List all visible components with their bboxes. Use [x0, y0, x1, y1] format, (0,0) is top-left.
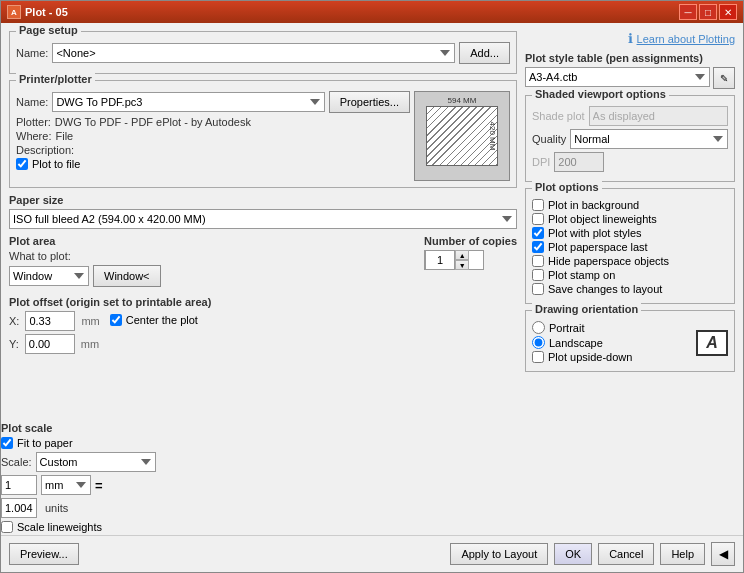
scale-lineweights-checkbox[interactable]: [1, 521, 13, 533]
plot-with-styles-checkbox[interactable]: [532, 227, 544, 239]
plot-object-lineweights-checkbox[interactable]: [532, 213, 544, 225]
title-bar-buttons: ─ □ ✕: [679, 4, 737, 20]
page-setup-name-select[interactable]: <None>: [52, 43, 455, 63]
what-to-plot-label: What to plot:: [9, 250, 71, 262]
orientation-preview: A: [696, 330, 728, 356]
center-plot-checkbox[interactable]: [110, 314, 122, 326]
printer-name-select[interactable]: DWG To PDF.pc3: [52, 92, 324, 112]
what-to-plot-select[interactable]: Window: [9, 266, 89, 286]
where-value: File: [55, 130, 73, 142]
shade-plot-select[interactable]: As displayed: [589, 106, 728, 126]
page-setup-title: Page setup: [16, 24, 81, 36]
preview-button[interactable]: Preview...: [9, 543, 79, 565]
plot-background-label: Plot in background: [548, 199, 639, 211]
learn-about-row: ℹ Learn about Plotting: [525, 31, 735, 46]
page-setup-name-label: Name:: [16, 47, 48, 59]
shaded-viewport-group: Shaded viewport options Shade plot As di…: [525, 95, 735, 182]
plotter-value: DWG To PDF - PDF ePlot - by Autodesk: [55, 116, 251, 128]
copies-label: Number of copies: [424, 235, 517, 247]
plot-area-label: Plot area: [9, 235, 416, 247]
plot-options-title: Plot options: [532, 181, 602, 193]
plot-with-styles-label: Plot with plot styles: [548, 227, 642, 239]
printer-name-label: Name:: [16, 96, 48, 108]
plot-offset-label: Plot offset (origin set to printable are…: [9, 296, 517, 308]
save-changes-checkbox[interactable]: [532, 283, 544, 295]
minimize-button[interactable]: ─: [679, 4, 697, 20]
copies-section: Number of copies ▲ ▼: [424, 235, 517, 270]
ok-button[interactable]: OK: [554, 543, 592, 565]
plot-style-table-select[interactable]: A3-A4.ctb: [525, 67, 710, 87]
scale-select[interactable]: Custom: [36, 452, 156, 472]
bottom-bar: Preview... Apply to Layout OK Cancel Hel…: [1, 535, 743, 572]
equals-sign: =: [95, 478, 103, 493]
scale-label: Scale:: [1, 456, 32, 468]
plot-area-section: Plot area What to plot: Window Window<: [9, 235, 416, 290]
paper-preview: 594 MM 420 MM: [414, 91, 510, 181]
center-plot-row: Center the plot: [110, 314, 198, 326]
copies-spinner-buttons: ▲ ▼: [455, 250, 469, 270]
landscape-label: Landscape: [549, 337, 603, 349]
plot-style-edit-button[interactable]: ✎: [713, 67, 735, 89]
title-bar: A Plot - 05 ─ □ ✕: [1, 1, 743, 23]
scale-value1-input[interactable]: [1, 475, 37, 495]
x-unit: mm: [81, 315, 99, 327]
hide-paperspace-checkbox[interactable]: [532, 255, 544, 267]
paper-size-section: Paper size ISO full bleed A2 (594.00 x 4…: [9, 194, 517, 229]
shade-plot-label: Shade plot: [532, 110, 585, 122]
learn-about-link[interactable]: Learn about Plotting: [637, 33, 735, 45]
plot-paperspace-last-label: Plot paperspace last: [548, 241, 648, 253]
plot-stamp-label: Plot stamp on: [548, 269, 615, 281]
x-offset-row: X: mm: [9, 311, 100, 331]
plot-paperspace-last-checkbox[interactable]: [532, 241, 544, 253]
maximize-button[interactable]: □: [699, 4, 717, 20]
properties-button[interactable]: Properties...: [329, 91, 410, 113]
apply-to-layout-button[interactable]: Apply to Layout: [450, 543, 548, 565]
right-panel: ℹ Learn about Plotting Plot style table …: [525, 31, 735, 414]
plot-to-file-checkbox[interactable]: [16, 158, 28, 170]
help-button[interactable]: Help: [660, 543, 705, 565]
window-button[interactable]: Window<: [93, 265, 161, 287]
left-panel: Page setup Name: <None> Add... Printer/p…: [9, 31, 517, 414]
plot-style-table-section: Plot style table (pen assignments) A3-A4…: [525, 52, 735, 89]
plot-offset-section: Plot offset (origin set to printable are…: [9, 296, 517, 354]
scale-value2-input[interactable]: [1, 498, 37, 518]
cancel-button[interactable]: Cancel: [598, 543, 654, 565]
hide-paperspace-label: Hide paperspace objects: [548, 255, 669, 267]
x-label: X:: [9, 315, 19, 327]
app-icon: A: [7, 5, 21, 19]
quality-select[interactable]: Normal: [570, 129, 728, 149]
drawing-orientation-title: Drawing orientation: [532, 303, 641, 315]
copies-input[interactable]: [425, 250, 455, 270]
plot-stamp-checkbox[interactable]: [532, 269, 544, 281]
right-arrow-button[interactable]: ◀: [711, 542, 735, 566]
plotter-label: Plotter:: [16, 116, 51, 128]
paper-size-select[interactable]: ISO full bleed A2 (594.00 x 420.00 MM): [9, 209, 517, 229]
info-icon: ℹ: [628, 31, 633, 46]
paper-preview-top-label: 594 MM: [448, 96, 477, 105]
close-button[interactable]: ✕: [719, 4, 737, 20]
y-unit: mm: [81, 338, 99, 350]
add-button[interactable]: Add...: [459, 42, 510, 64]
shaded-viewport-title: Shaded viewport options: [532, 88, 669, 100]
drawing-orientation-group: Drawing orientation Portrait Landscape: [525, 310, 735, 372]
copies-spinner: ▲ ▼: [424, 250, 484, 270]
printer-plotter-title: Printer/plotter: [16, 73, 95, 85]
dpi-input: [554, 152, 604, 172]
plot-background-checkbox[interactable]: [532, 199, 544, 211]
fit-to-paper-checkbox[interactable]: [1, 437, 13, 449]
scale-lineweights-label: Scale lineweights: [17, 521, 102, 533]
portrait-radio[interactable]: [532, 321, 545, 334]
x-input[interactable]: [25, 311, 75, 331]
dpi-label: DPI: [532, 156, 550, 168]
y-input[interactable]: [25, 334, 75, 354]
units-label: units: [45, 502, 68, 514]
copies-up-button[interactable]: ▲: [455, 250, 469, 260]
dialog-content: Page setup Name: <None> Add... Printer/p…: [1, 23, 743, 422]
scale-unit-select[interactable]: mm: [41, 475, 91, 495]
landscape-radio[interactable]: [532, 336, 545, 349]
upside-down-checkbox[interactable]: [532, 351, 544, 363]
copies-down-button[interactable]: ▼: [455, 260, 469, 270]
plot-style-table-label: Plot style table (pen assignments): [525, 52, 735, 64]
plot-scale-section: Plot scale Fit to paper Scale: Custom mm…: [1, 422, 743, 535]
save-changes-label: Save changes to layout: [548, 283, 662, 295]
